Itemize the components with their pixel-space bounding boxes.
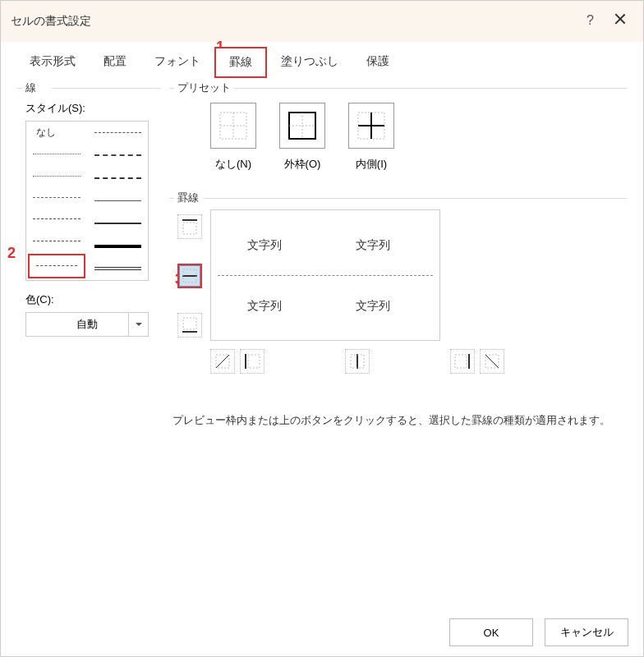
border-diag-up-btn[interactable] xyxy=(210,349,235,374)
border-top-btn[interactable] xyxy=(177,214,202,239)
color-value: 自動 xyxy=(33,317,141,332)
preview-cell-bl: 文字列 xyxy=(247,299,282,314)
style-double[interactable] xyxy=(88,257,149,280)
style-dotted[interactable] xyxy=(26,165,87,186)
preset-none-label: なし(N) xyxy=(215,157,251,172)
preset-outline[interactable] xyxy=(279,103,325,149)
style-none[interactable]: なし xyxy=(26,122,87,143)
line-group-label: 線 xyxy=(22,80,39,95)
border-preview[interactable]: 文字列 文字列 文字列 文字列 xyxy=(210,209,440,341)
svg-line-24 xyxy=(485,355,499,368)
border-group-label: 罫線 xyxy=(174,191,202,205)
chevron-down-icon[interactable] xyxy=(128,313,148,336)
ok-button[interactable]: OK xyxy=(449,618,533,646)
style-solid-thick[interactable] xyxy=(88,235,149,258)
color-label: 色(C): xyxy=(25,292,153,307)
style-list[interactable]: なし xyxy=(25,121,149,281)
preset-group: プリセット なし(N) 外枠(O) xyxy=(169,88,627,186)
tab-fill[interactable]: 塗りつぶし xyxy=(267,47,352,78)
style-solid-med[interactable] xyxy=(88,212,149,235)
style-solid-thin[interactable] xyxy=(88,190,149,213)
footer: OK キャンセル xyxy=(449,618,628,646)
style-selected-dashed[interactable] xyxy=(28,254,85,278)
callout-2: 2 xyxy=(7,245,16,262)
close-icon[interactable] xyxy=(612,11,628,27)
style-dashed-short[interactable] xyxy=(26,186,87,208)
titlebar: セルの書式設定 ? xyxy=(1,1,643,42)
border-bottom-btn[interactable] xyxy=(177,313,202,338)
border-middle-h-btn[interactable] xyxy=(177,264,202,288)
dialog-title: セルの書式設定 xyxy=(11,14,91,29)
tab-protection[interactable]: 保護 xyxy=(352,47,403,78)
tab-border[interactable]: 罫線 xyxy=(214,47,267,78)
tab-bar: 表示形式 配置 フォント 罫線 塗りつぶし 保護 xyxy=(1,42,643,78)
svg-rect-18 xyxy=(248,355,260,368)
preview-cell-tl: 文字列 xyxy=(247,238,282,253)
help-icon[interactable]: ? xyxy=(586,13,594,28)
border-left-btn[interactable] xyxy=(240,349,264,374)
tab-alignment[interactable]: 配置 xyxy=(90,47,140,78)
preview-cell-br: 文字列 xyxy=(356,299,390,314)
style-dashed-med[interactable] xyxy=(88,122,149,145)
svg-line-16 xyxy=(216,355,229,368)
border-group: 罫線 文字列 文字列 文字列 文字列 xyxy=(169,198,627,382)
style-label: スタイル(S): xyxy=(25,101,153,116)
preset-inside-label: 内側(I) xyxy=(356,157,387,172)
svg-rect-14 xyxy=(183,318,196,329)
preview-cell-tr: 文字列 xyxy=(356,238,390,253)
cancel-button[interactable]: キャンセル xyxy=(545,618,628,646)
style-dashdot[interactable] xyxy=(26,209,87,230)
border-diag-down-btn[interactable] xyxy=(480,349,504,374)
preset-outline-label: 外枠(O) xyxy=(284,157,321,172)
hint-text: プレビュー枠内または上のボタンをクリックすると、選択した罫線の種類が適用されます… xyxy=(169,393,627,448)
color-select[interactable]: 自動 xyxy=(25,312,149,337)
svg-rect-10 xyxy=(183,223,196,234)
preset-group-label: プリセット xyxy=(174,80,234,95)
line-group: 線 スタイル(S): なし xyxy=(17,88,161,345)
preset-inside[interactable] xyxy=(348,103,394,149)
border-right-btn[interactable] xyxy=(450,349,475,374)
style-dashdotdot[interactable] xyxy=(26,230,87,251)
style-dotted-fine[interactable] xyxy=(26,143,87,164)
tab-font[interactable]: フォント xyxy=(140,47,214,78)
style-dash-long[interactable] xyxy=(88,167,149,190)
preset-none[interactable] xyxy=(210,103,256,149)
preview-middle-line xyxy=(218,275,433,276)
style-dashdot-med[interactable] xyxy=(88,145,149,168)
tab-number-format[interactable]: 表示形式 xyxy=(16,47,90,78)
svg-rect-22 xyxy=(455,355,467,368)
border-middle-v-btn[interactable] xyxy=(345,349,370,374)
